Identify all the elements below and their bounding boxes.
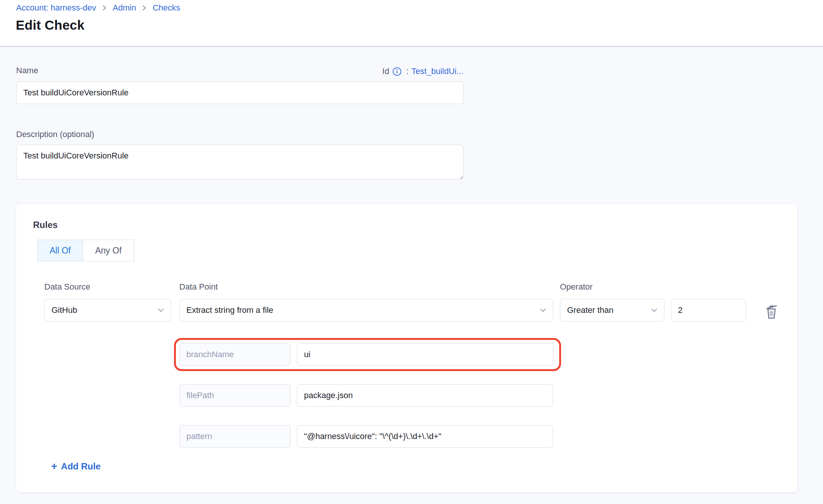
info-icon[interactable] [392,67,402,76]
data-point-select[interactable]: Extract string from a file [179,299,553,321]
trash-icon [764,303,779,320]
arg-key-pattern: pattern [179,425,290,448]
arg-value-filepath-input[interactable] [297,384,553,407]
breadcrumb-checks-link[interactable]: Checks [153,3,180,13]
all-of-button[interactable]: All Of [37,240,83,261]
description-textarea[interactable]: Test buildUiCoreVersionRule [16,145,463,180]
description-label: Description (optional) [16,130,94,139]
chevron-right-icon [141,5,147,11]
data-point-value: Extract string from a file [186,305,273,315]
id-colon: : [406,66,408,76]
rules-card: Rules All Of Any Of Data Source Data Poi… [16,204,798,492]
plus-icon: + [51,461,57,472]
chevron-down-icon [651,306,658,314]
breadcrumb-admin-link[interactable]: Admin [113,3,136,13]
page-title: Edit Check [16,18,85,33]
data-source-select[interactable]: GitHub [44,299,171,321]
breadcrumb-account-link[interactable]: Account: harness-dev [16,3,96,13]
data-source-value: GitHub [51,305,77,315]
id-row: Id : Test_buildUi... [382,66,463,76]
chevron-down-icon [539,306,547,314]
id-label: Id [382,66,389,76]
arg-value-pattern-input[interactable] [297,425,553,448]
data-point-label: Data Point [179,282,218,292]
delete-rule-button[interactable] [762,302,781,321]
data-source-label: Data Source [44,282,90,292]
chevron-right-icon [101,5,107,11]
operator-label: Operator [560,282,593,292]
rules-match-toggle: All Of Any Of [37,240,134,261]
arg-key-filepath: filePath [179,384,290,407]
arg-key-branchname: branchName [179,343,290,366]
add-rule-label: Add Rule [61,461,100,472]
name-input[interactable] [16,81,463,104]
name-label: Name [16,66,38,75]
operator-value-input[interactable] [671,299,746,321]
id-value-link[interactable]: Test_buildUi... [411,66,463,76]
any-of-button[interactable]: Any Of [83,240,134,261]
operator-select[interactable]: Greater than [560,299,664,321]
rules-title: Rules [33,220,57,230]
operator-value: Greater than [567,305,614,315]
add-rule-button[interactable]: + Add Rule [51,461,101,472]
arg-value-branchname-input[interactable] [297,343,553,366]
chevron-down-icon [157,306,165,314]
breadcrumb: Account: harness-dev Admin Checks [16,3,180,13]
page-header: Account: harness-dev Admin Checks Edit C… [0,0,823,47]
